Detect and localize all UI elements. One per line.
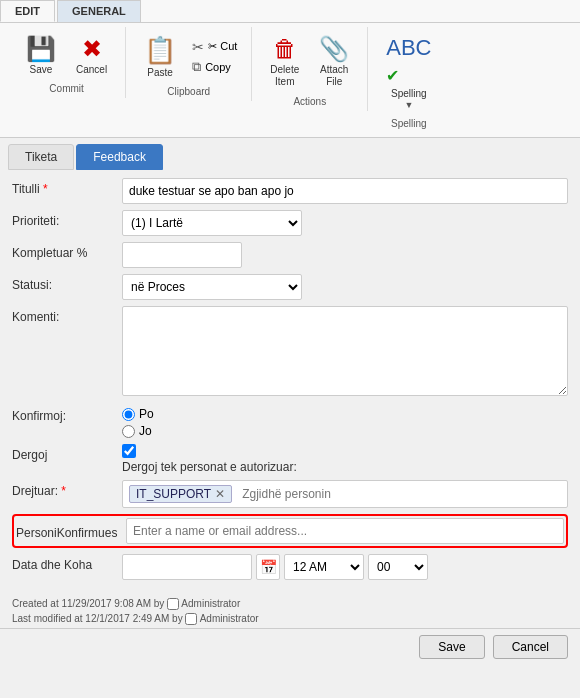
data-koha-control: 📅 12 AM 1 AM 6 AM 12 PM 00 15 30 45 [122,554,568,580]
attach-file-button[interactable]: 📎 AttachFile [311,31,357,92]
statusi-control: në Proces Hapur Mbyllur [122,274,568,300]
spelling-group-label: Spelling [391,118,427,129]
calendar-icon: 📅 [260,559,277,575]
modified-text: Last modified at 12/1/2017 2:49 AM by [12,613,183,624]
ribbon-group-spelling: ABC✔ Spelling ▼ Spelling [368,27,449,133]
drejtuar-row: Drejtuar: * IT_SUPPORT ✕ [12,480,568,508]
ribbon-tab-edit[interactable]: EDIT [0,0,55,22]
spelling-label: Spelling [391,88,427,99]
dergoj-sublabel: Dergoj tek personat e autorizuar: [122,460,568,474]
kompletuar-label: Kompletuar % [12,242,122,260]
statusi-label: Statusi: [12,274,122,292]
spelling-button[interactable]: ABC✔ Spelling ▼ [378,31,439,114]
cancel-icon: ✖ [82,35,102,63]
konfirmoj-po-radio[interactable] [122,408,135,421]
prioriteti-select[interactable]: (1) I Lartë (2) Normal (3) I Ulët [122,210,302,236]
personikonfirmues-row: PersoniKonfirmues [12,514,568,548]
personikonfirmues-input[interactable] [126,518,564,544]
konfirmoj-po-item: Po [122,407,568,421]
kompletuar-row: Kompletuar % [12,242,568,268]
konfirmoj-label: Konfirmoj: [12,405,122,423]
prioriteti-control: (1) I Lartë (2) Normal (3) I Ulët [122,210,568,236]
time-minute-select[interactable]: 00 15 30 45 [368,554,428,580]
konfirmoj-jo-label: Jo [139,424,152,438]
delete-label: DeleteItem [270,64,299,88]
prioriteti-row: Prioriteti: (1) I Lartë (2) Normal (3) I… [12,210,568,236]
konfirmoj-row: Konfirmoj: Po Jo [12,405,568,438]
tab-tiketa[interactable]: Tiketa [8,144,74,170]
attach-label: AttachFile [320,64,348,88]
save-button[interactable]: 💾 Save [18,31,64,79]
created-user-checkbox[interactable] [167,598,179,610]
komenti-control [122,306,568,399]
copy-icon: ⧉ [192,59,201,75]
titulli-control [122,178,568,204]
kompletuar-input[interactable] [122,242,242,268]
attach-icon: 📎 [319,35,349,63]
cancel-button[interactable]: ✖ Cancel [68,31,115,79]
kompletuar-control [122,242,568,268]
drejtuar-tag-text: IT_SUPPORT [136,487,211,501]
spelling-icon: ABC✔ [386,35,431,87]
konfirmoj-jo-radio[interactable] [122,425,135,438]
drejtuar-tag: IT_SUPPORT ✕ [129,485,232,503]
cut-label: ✂ Cut [208,40,237,53]
konfirmoj-control: Po Jo [122,405,568,438]
save-icon: 💾 [26,35,56,63]
statusi-select[interactable]: në Proces Hapur Mbyllur [122,274,302,300]
paste-button[interactable]: 📋 Paste [136,31,184,82]
form-area: Tiketa Feedback Titulli * Prioriteti: (1… [0,138,580,594]
personikonfirmues-label: PersoniKonfirmues [16,522,126,540]
komenti-textarea[interactable] [122,306,568,396]
delete-item-button[interactable]: 🗑 DeleteItem [262,31,307,92]
statusi-row: Statusi: në Proces Hapur Mbyllur [12,274,568,300]
dergoj-label: Dergoj [12,444,122,462]
modified-info: Last modified at 12/1/2017 2:49 AM by Ad… [12,611,568,626]
ribbon-group-clipboard: 📋 Paste ✂ ✂ Cut ⧉ Copy Clipboard [126,27,252,101]
drejtuar-required: * [58,484,66,498]
copy-label: Copy [205,61,231,73]
tab-feedback[interactable]: Feedback [76,144,163,170]
dergoj-row: Dergoj Dergoj tek personat e autorizuar: [12,444,568,474]
ribbon-group-commit: 💾 Save ✖ Cancel Commit [8,27,126,98]
created-info: Created at 11/29/2017 9:08 AM by Adminis… [12,596,568,611]
modified-user: Administrator [200,613,259,624]
komenti-row: Komenti: [12,306,568,399]
spelling-dropdown-arrow: ▼ [404,100,413,110]
calendar-button[interactable]: 📅 [256,554,280,580]
drejtuar-control: IT_SUPPORT ✕ [122,480,568,508]
bottom-bar: Save Cancel [0,628,580,665]
actions-group-label: Actions [293,96,326,107]
titulli-required: * [40,182,48,196]
clipboard-small-btns: ✂ ✂ Cut ⧉ Copy [188,31,241,82]
bottom-save-button[interactable]: Save [419,635,484,659]
delete-icon: 🗑 [273,35,297,63]
komenti-label: Komenti: [12,306,122,324]
drejtuar-label: Drejtuar: * [12,480,122,498]
date-input[interactable] [122,554,252,580]
data-koha-row: Data dhe Koha 📅 12 AM 1 AM 6 AM 12 PM 00… [12,554,568,580]
ribbon-tab-general[interactable]: GENERAL [57,0,141,22]
titulli-input[interactable] [122,178,568,204]
modified-user-checkbox[interactable] [185,613,197,625]
bottom-cancel-button[interactable]: Cancel [493,635,568,659]
drejtuar-input[interactable] [236,484,561,504]
created-text: Created at 11/29/2017 9:08 AM by [12,598,164,609]
konfirmoj-po-label: Po [139,407,154,421]
konfirmoj-jo-item: Jo [122,424,568,438]
copy-button[interactable]: ⧉ Copy [188,58,241,76]
cut-icon: ✂ [192,39,204,55]
ribbon-group-actions: 🗑 DeleteItem 📎 AttachFile Actions [252,27,368,111]
dergoj-checkbox-row [122,444,568,458]
paste-icon: 📋 [144,35,176,66]
drejtuar-tag-remove[interactable]: ✕ [215,488,225,500]
save-label: Save [30,64,53,75]
paste-label: Paste [147,67,173,78]
drejtuar-tag-area[interactable]: IT_SUPPORT ✕ [122,480,568,508]
time-hour-select[interactable]: 12 AM 1 AM 6 AM 12 PM [284,554,364,580]
prioriteti-label: Prioriteti: [12,210,122,228]
cut-button[interactable]: ✂ ✂ Cut [188,38,241,56]
personikonfirmues-control [126,518,564,544]
dergoj-checkbox[interactable] [122,444,136,458]
commit-group-label: Commit [49,83,83,94]
